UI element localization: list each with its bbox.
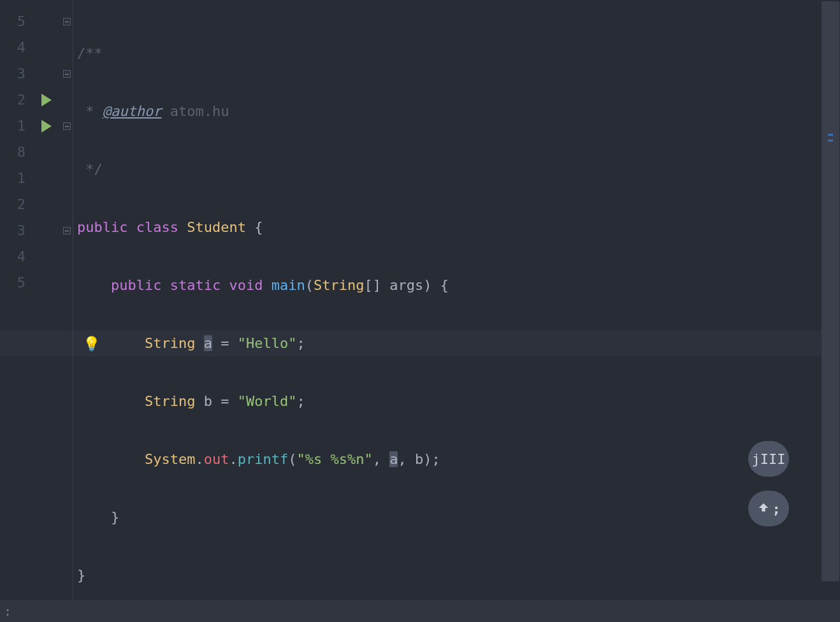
class-ref: System	[145, 451, 195, 467]
fold-toggle-icon[interactable]	[63, 70, 71, 78]
indent	[77, 277, 111, 293]
indent	[77, 451, 145, 467]
code-content[interactable]: /** * @author atom.hu */ public class St…	[73, 0, 840, 600]
keyword: public	[77, 219, 127, 235]
run-main-icon[interactable]	[41, 120, 52, 133]
brace: {	[246, 219, 263, 235]
type: String	[314, 277, 364, 293]
semicolon: ;	[296, 335, 305, 351]
code-line[interactable]: String b = "World";	[73, 388, 840, 414]
fold-toggle-icon[interactable]	[63, 18, 71, 25]
variable-highlighted: a	[389, 451, 398, 467]
line-number: 5	[0, 8, 32, 34]
fold-toggle-icon[interactable]	[63, 227, 71, 235]
scrollbar-marker	[828, 134, 833, 136]
x-editor-action-button[interactable]: jIII	[748, 441, 789, 477]
type: String	[145, 393, 195, 409]
operator: =	[212, 335, 238, 351]
variable-highlighted: a	[204, 335, 212, 351]
fold-gutter	[61, 0, 73, 600]
class-name: Student	[187, 219, 246, 235]
code-line[interactable]: * @author atom.hu	[73, 98, 840, 124]
line-number: 2	[0, 191, 32, 217]
scrollbar-thumb[interactable]	[822, 1, 839, 581]
comment-text: */	[77, 161, 103, 177]
fab-suffix: ;	[772, 501, 780, 517]
keyword: public	[111, 277, 161, 293]
semicolon: ;	[431, 451, 440, 467]
code-line[interactable]: }	[73, 562, 840, 588]
paren: )	[423, 451, 431, 467]
operator: =	[212, 393, 238, 409]
line-number: 3	[0, 61, 32, 87]
line-number: 8	[0, 139, 32, 165]
indent	[77, 393, 145, 409]
variable: b	[415, 451, 423, 467]
intention-bulb-icon[interactable]: 💡	[83, 330, 100, 356]
line-number: 5	[0, 270, 32, 296]
code-line[interactable]: /**	[73, 40, 840, 66]
line-number: 3	[0, 217, 32, 243]
code-editor: 5 4 3 2 1 8 1 2 3 4 5	[0, 0, 840, 622]
line-number-gutter: 5 4 3 2 1 8 1 2 3 4 5	[0, 0, 32, 600]
paren: )	[423, 277, 431, 293]
code-line-current[interactable]: 💡 String a = "Hello";	[73, 330, 840, 356]
floating-action-group: jIII ;	[748, 441, 789, 526]
method-name: main	[272, 277, 305, 293]
comment-text: *	[77, 103, 103, 119]
code-line[interactable]: */	[73, 156, 840, 182]
variable: b	[204, 393, 212, 409]
keyword: static	[170, 277, 221, 293]
string-literal: "World"	[238, 393, 297, 409]
line-number: 4	[0, 34, 32, 61]
vertical-scrollbar[interactable]	[821, 0, 840, 600]
type: String	[145, 335, 195, 351]
field: out	[204, 451, 229, 467]
code-area[interactable]: 5 4 3 2 1 8 1 2 3 4 5	[0, 0, 840, 600]
line-number: 2	[0, 87, 32, 113]
string-literal: "Hello"	[238, 335, 297, 351]
brackets: []	[364, 277, 389, 293]
keyword: class	[136, 219, 178, 235]
param: args	[389, 277, 423, 293]
dot: .	[195, 451, 203, 467]
fab-label: jIII	[752, 451, 786, 467]
fold-toggle-icon[interactable]	[63, 122, 71, 130]
keyword: void	[229, 277, 263, 293]
comment-text: /**	[77, 45, 103, 61]
code-line[interactable]: public class Student {	[73, 214, 840, 240]
line-number: 1	[0, 165, 32, 191]
paren: (	[288, 451, 296, 467]
brace: }	[77, 567, 85, 583]
dot: .	[229, 451, 237, 467]
line-number: 1	[0, 113, 32, 139]
run-gutter	[32, 0, 61, 600]
javadoc-value: atom.hu	[161, 103, 229, 119]
paren: (	[305, 277, 314, 293]
status-text: :	[4, 604, 11, 619]
status-bar: :	[0, 600, 840, 622]
complete-statement-button[interactable]: ;	[748, 491, 789, 526]
shift-up-icon	[757, 502, 771, 516]
scrollbar-marker	[828, 140, 833, 141]
comma: ,	[373, 451, 390, 467]
javadoc-tag: @author	[103, 103, 162, 119]
comma: ,	[398, 451, 415, 467]
line-number: 4	[0, 243, 32, 270]
code-line[interactable]: public static void main(String[] args) {	[73, 272, 840, 298]
string-literal: "%s %s%n"	[296, 451, 372, 467]
code-line[interactable]: }	[73, 504, 840, 530]
run-class-icon[interactable]	[41, 94, 52, 106]
indent	[77, 509, 111, 525]
brace: {	[431, 277, 449, 293]
brace: }	[111, 509, 119, 525]
code-line[interactable]: System.out.printf("%s %s%n", a, b);	[73, 446, 840, 472]
semicolon: ;	[296, 393, 305, 409]
method-call: printf	[238, 451, 288, 467]
